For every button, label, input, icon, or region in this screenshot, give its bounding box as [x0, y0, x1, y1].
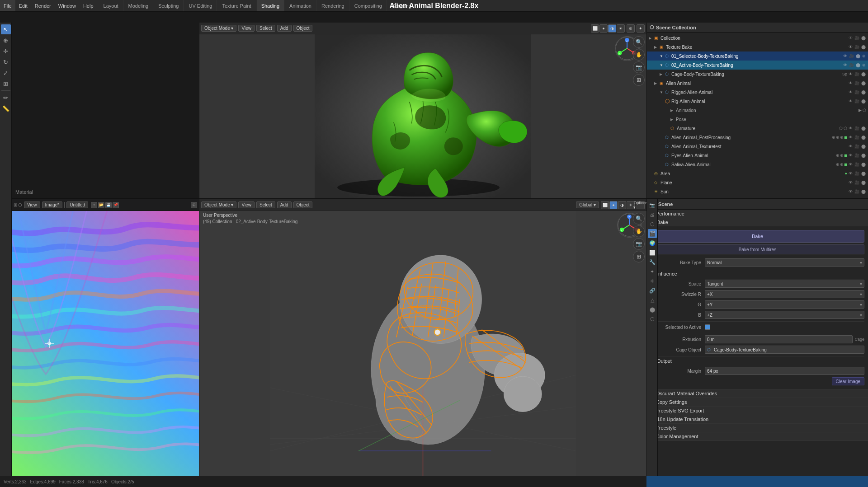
selected-to-active-checkbox[interactable]: [705, 324, 710, 330]
tool-measure[interactable]: 📏: [1, 103, 11, 113]
tree-item-texture-bake[interactable]: ▶ ▣ Texture Bake 👁 🎥 ⬤: [647, 42, 868, 52]
ws-tab-sculpting[interactable]: Sculpting: [154, 0, 184, 11]
menu-edit[interactable]: Edit: [15, 0, 31, 11]
tree-item-pose[interactable]: ▶ Pose: [647, 115, 868, 124]
ws-tab-compositing[interactable]: Compositing: [350, 0, 387, 11]
ws-tab-texture-paint[interactable]: Texture Paint: [217, 0, 256, 11]
prop-icon-physics[interactable]: ⚛: [648, 276, 657, 286]
wireframe-mode[interactable]: ⬜: [591, 24, 599, 33]
tree-item-texturetest[interactable]: ⬡ Alien-Animal_Texturetest 👁 🎥 ⬤: [647, 142, 868, 151]
material-preview-mode[interactable]: ◑: [608, 24, 616, 33]
tree-item-selected-body[interactable]: ▼ ⬡ 01_Selected-Body-TextureBaking 👁 🎥 ⬤…: [647, 52, 868, 61]
image-menu[interactable]: Image*: [42, 201, 63, 208]
prop-icon-texture[interactable]: ⬡: [648, 314, 657, 323]
tool-rotate[interactable]: ↻: [1, 57, 11, 67]
tree-item-cage-body[interactable]: ▶ ⬡ Cage-Body-TextureBaking Sp 👁 🎥 ⬤: [647, 70, 868, 79]
section-performance-header[interactable]: ▶ Performance: [647, 210, 868, 218]
menu-window[interactable]: Window: [55, 0, 80, 11]
image-name-field[interactable]: Untitled: [66, 201, 88, 208]
tool-select[interactable]: ↖: [1, 24, 11, 34]
show-gizmos[interactable]: ✦: [637, 24, 645, 33]
editor-type-icon2[interactable]: ⬡: [18, 202, 22, 207]
tree-item-alien-animal[interactable]: ▶ ▣ Alien Animal 👁 🎥 ⬤: [647, 79, 868, 88]
prop-icon-object[interactable]: ⬜: [648, 248, 657, 257]
prop-icon-objectdata[interactable]: △: [648, 295, 657, 304]
ws-tab-animation[interactable]: Animation: [285, 0, 316, 11]
view-menu-image[interactable]: View: [24, 201, 40, 208]
prop-icon-world[interactable]: 🌍: [648, 239, 657, 248]
viewport-list-2[interactable]: ⊞: [633, 251, 645, 262]
tree-item-postprocessing[interactable]: ⬡ Alien-Animal_PostProcessing ⊕ ⊕ ⊕ ◼ 👁 …: [647, 133, 868, 142]
menu-file[interactable]: File: [0, 0, 15, 11]
save-image-btn[interactable]: 💾: [105, 202, 112, 208]
tool-transform[interactable]: ⊞: [1, 79, 11, 89]
ws-tab-rendering[interactable]: Rendering: [317, 0, 349, 11]
output-toggle[interactable]: ▼ Output: [651, 357, 864, 365]
tree-item-collection[interactable]: ▶ ▣ Collection 👁 🎥 ⬤: [647, 33, 868, 42]
rendered-mode[interactable]: ☀: [617, 24, 625, 33]
view-menu-2[interactable]: View: [238, 201, 255, 208]
tool-move[interactable]: ✛: [1, 46, 11, 56]
camera-view[interactable]: 📷: [633, 61, 645, 73]
prop-icon-modifier[interactable]: 🔧: [648, 258, 657, 267]
zoom-in-2[interactable]: 🔍: [633, 213, 645, 225]
prop-icon-particles[interactable]: ✦: [648, 267, 657, 276]
editor-type-icon[interactable]: ⊞: [14, 202, 17, 207]
object-menu[interactable]: Object: [293, 25, 313, 32]
tree-item-rigged-alien[interactable]: ▼ ⬡ Rigged-Alien-Animal 👁 🎥 ⬤: [647, 88, 868, 97]
ws-tab-modeling[interactable]: Modeling: [124, 0, 154, 11]
tree-item-rig-alien[interactable]: ⬡ Rig-Alien-Animal 👁 🎥 ⬤: [647, 97, 868, 106]
tree-item-armature[interactable]: ⬡ Armature ⬡ ⬡ 👁 🎥 ⬤: [647, 124, 868, 133]
ws-tab-layout[interactable]: Layout: [99, 0, 123, 11]
view-menu[interactable]: View: [238, 25, 255, 32]
tree-item-eyes[interactable]: ⬡ Eyes-Alien-Animal ⊕ ⊕ ◼ 👁 🎥 ⬤: [647, 151, 868, 160]
material-mode-2[interactable]: ◑: [618, 201, 626, 209]
extrusion-value[interactable]: 0 m: [705, 335, 853, 343]
hand-pan[interactable]: ✋: [633, 49, 645, 61]
bake-from-multires-btn[interactable]: Bake from Multires: [651, 244, 864, 254]
show-overlays[interactable]: ⊘: [627, 24, 635, 33]
section-freestyle-svg-header[interactable]: ▶ Freestyle SVG Export: [647, 407, 868, 415]
tool-scale[interactable]: ⤢: [1, 68, 11, 78]
ws-tab-uv[interactable]: UV Editing: [184, 0, 217, 11]
object-mode-dropdown[interactable]: Object Mode ▾: [201, 25, 236, 32]
solid-mode[interactable]: ●: [599, 24, 608, 33]
wireframe-mode-2[interactable]: ⬜: [601, 201, 609, 209]
bake-type-value[interactable]: Normal ▾: [705, 258, 864, 267]
prop-icon-constraints[interactable]: 🔗: [648, 286, 657, 295]
tree-item-area[interactable]: ◎ Area ● 👁 🎥 ⬤: [647, 169, 868, 178]
swizzle-g-value[interactable]: +Y ▾: [705, 300, 864, 309]
add-menu[interactable]: Add: [277, 25, 292, 32]
influence-toggle[interactable]: ▼ Influence: [651, 270, 864, 277]
prop-icon-viewlayer[interactable]: ⬡: [648, 220, 657, 229]
object-mode-dropdown-2[interactable]: Object Mode ▾: [201, 201, 236, 208]
open-image-btn[interactable]: 📂: [98, 202, 104, 208]
select-menu[interactable]: Select: [256, 25, 275, 32]
section-oscurart-header[interactable]: ▶ Oscurart Material Overrides: [647, 389, 868, 398]
hand-pan-2[interactable]: ✋: [633, 225, 645, 237]
new-image-btn[interactable]: +: [91, 202, 97, 208]
menu-render[interactable]: Render: [31, 0, 55, 11]
fullscreen-image[interactable]: ⊡: [191, 202, 197, 208]
section-i18n-header[interactable]: ▶ i18n Update Translation: [647, 415, 868, 423]
swizzle-b-value[interactable]: +Z ▾: [705, 311, 864, 319]
tree-item-animation[interactable]: ▶ Animation ▶ ⬡: [647, 106, 868, 115]
cage-object-value[interactable]: ⬡ Cage-Body-TextureBaking: [705, 346, 864, 354]
viewport-list[interactable]: ⊞: [633, 74, 645, 86]
tool-annotate[interactable]: ✏: [1, 93, 11, 103]
swizzle-r-value[interactable]: +X ▾: [705, 290, 864, 298]
tree-item-sun[interactable]: ☀ Sun 👁 🎥 ⬤: [647, 187, 868, 196]
prop-icon-output[interactable]: 🖨: [648, 210, 657, 219]
add-menu-2[interactable]: Add: [277, 201, 292, 208]
menu-help[interactable]: Help: [80, 0, 97, 11]
select-menu-2[interactable]: Select: [256, 201, 275, 208]
section-copy-settings-header[interactable]: ▶ Copy Settings: [647, 398, 868, 406]
tree-item-plane[interactable]: ◇ Plane 👁 🎥 ⬤: [647, 178, 868, 187]
pin-image-btn[interactable]: 📌: [113, 202, 119, 208]
section-bake-header[interactable]: ▼ Bake: [647, 218, 868, 226]
section-freestyle-header[interactable]: ▶ Freestyle: [647, 424, 868, 432]
tool-cursor[interactable]: ⊕: [1, 35, 11, 45]
transform-space[interactable]: Global ▾: [576, 201, 599, 208]
ws-tab-shading[interactable]: Shading: [257, 0, 284, 11]
margin-value[interactable]: 64 px: [705, 367, 864, 375]
